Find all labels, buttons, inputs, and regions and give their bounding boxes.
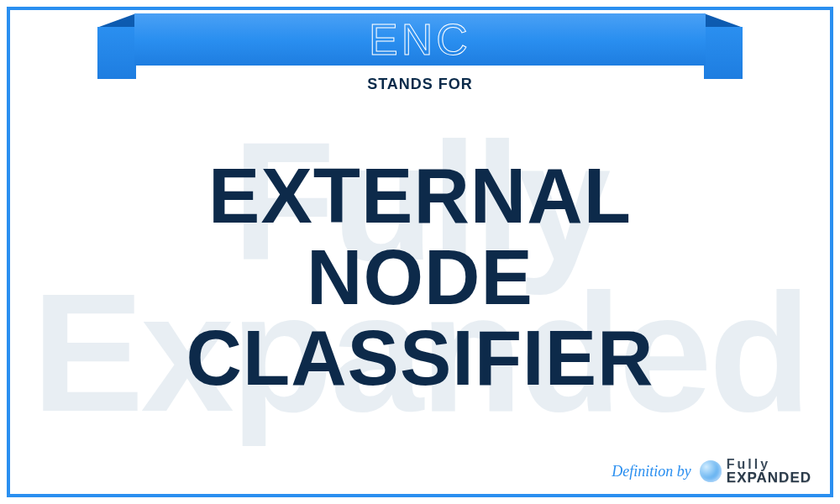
ribbon-tail-left <box>97 27 136 79</box>
definition-block: EXTERNAL NODE CLASSIFIER <box>44 111 796 444</box>
definition-line3: CLASSIFIER <box>186 315 654 401</box>
attribution-footer: Definition by Fully EXPANDED <box>612 459 811 484</box>
card-frame: ENC STANDS FOR Fully Expanded EXTERNAL N… <box>7 7 833 497</box>
ribbon-body: ENC <box>134 13 706 66</box>
brand-bottom: EXPANDED <box>727 471 811 484</box>
acronym-text: ENC <box>369 14 471 65</box>
ribbon-tail-right <box>704 27 743 79</box>
ribbon-banner: ENC <box>101 13 739 79</box>
definition-line1: EXTERNAL <box>208 153 632 239</box>
definition-by-label: Definition by <box>612 463 690 480</box>
globe-icon <box>700 460 722 482</box>
definition-line2: NODE <box>307 234 533 320</box>
brand-logo: Fully EXPANDED <box>700 459 811 484</box>
brand-name: Fully EXPANDED <box>727 459 811 484</box>
stands-for-label: STANDS FOR <box>10 76 830 93</box>
definition-text: EXTERNAL NODE CLASSIFIER <box>186 155 654 399</box>
